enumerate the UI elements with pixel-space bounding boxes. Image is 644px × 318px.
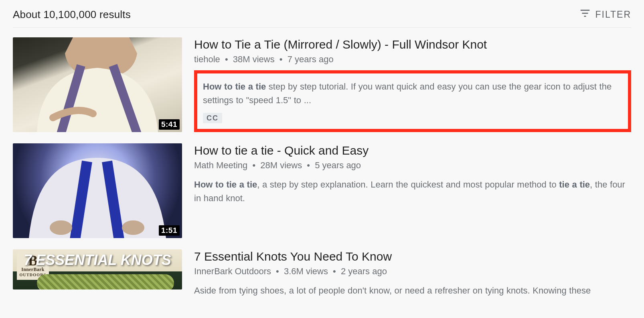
separator-dot: • — [273, 266, 281, 276]
highlighted-annotation: How to tie a tie step by step tutorial. … — [194, 70, 631, 132]
separator-dot: • — [277, 54, 285, 64]
desc-bold: tie a tie — [559, 179, 590, 190]
filter-button[interactable]: FILTER — [579, 7, 631, 22]
separator-dot: • — [330, 266, 338, 276]
desc-text: , a step by step explanation. Learn the … — [257, 179, 559, 190]
separator-dot: • — [304, 160, 312, 170]
channel-name[interactable]: Math Meeting — [194, 160, 247, 170]
video-duration: 5:41 — [159, 119, 180, 130]
video-byline: tiehole • 38M views • 7 years ago — [194, 54, 631, 65]
separator-dot: • — [223, 54, 231, 64]
view-count: 28M views — [260, 160, 302, 170]
results-count: About 10,100,000 results — [13, 8, 131, 21]
svg-point-1 — [122, 220, 144, 235]
search-result-item[interactable]: B InnerBark OUTDOORS 7 ESSENTIAL KNOTS 7… — [13, 249, 631, 298]
desc-bold: How to tie a tie — [203, 82, 266, 92]
filter-icon — [579, 7, 591, 22]
video-thumbnail[interactable]: B InnerBark OUTDOORS 7 ESSENTIAL KNOTS — [13, 249, 182, 289]
video-title[interactable]: How to tie a tie - Quick and Easy — [194, 143, 631, 158]
video-title[interactable]: How to Tie a Tie (Mirrored / Slowly) - F… — [194, 37, 631, 52]
channel-name[interactable]: tiehole — [194, 54, 220, 64]
thumbnail-overlay-text: 7 ESSENTIAL KNOTS — [13, 252, 182, 269]
channel-name[interactable]: InnerBark Outdoors — [194, 266, 271, 276]
video-description: How to tie a tie step by step tutorial. … — [203, 80, 621, 107]
filter-label: FILTER — [595, 9, 631, 20]
video-byline: InnerBark Outdoors • 3.6M views • 2 year… — [194, 266, 631, 277]
video-byline: Math Meeting • 28M views • 5 years ago — [194, 160, 631, 171]
cc-badge: CC — [203, 113, 222, 123]
upload-age: 5 years ago — [315, 160, 361, 170]
upload-age: 2 years ago — [341, 266, 387, 276]
search-result-item[interactable]: 1:51 How to tie a tie - Quick and Easy M… — [13, 143, 631, 238]
view-count: 3.6M views — [284, 266, 328, 276]
video-thumbnail[interactable]: 1:51 — [13, 143, 182, 238]
knot-illustration — [37, 274, 174, 289]
video-description: Aside from tying shoes, a lot of people … — [194, 284, 631, 298]
search-result-item[interactable]: 5:41 How to Tie a Tie (Mirrored / Slowly… — [13, 37, 631, 132]
separator-dot: • — [250, 160, 258, 170]
desc-text: Aside from tying shoes, a lot of people … — [194, 285, 591, 296]
upload-age: 7 years ago — [288, 54, 334, 64]
video-description: How to tie a tie, a step by step explana… — [194, 178, 631, 205]
video-duration: 1:51 — [159, 225, 180, 236]
desc-bold: How to tie a tie — [194, 179, 257, 190]
view-count: 38M views — [233, 54, 275, 64]
video-thumbnail[interactable]: 5:41 — [13, 37, 182, 132]
video-title[interactable]: 7 Essential Knots You Need To Know — [194, 249, 631, 264]
svg-point-0 — [50, 220, 72, 235]
